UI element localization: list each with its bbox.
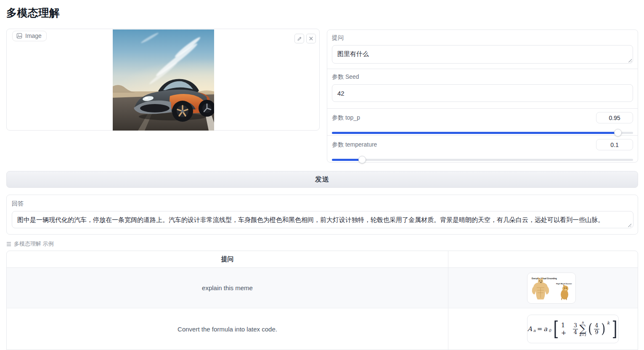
temperature-slider-track[interactable] bbox=[332, 159, 633, 161]
swole-doge-figure bbox=[532, 277, 549, 299]
meme-example-image[interactable]: Everyday Visual Grounding High Word Zoom… bbox=[527, 273, 576, 304]
temperature-slider-thumb[interactable] bbox=[358, 156, 366, 163]
pencil-icon bbox=[297, 36, 302, 41]
clear-image-button[interactable] bbox=[306, 34, 316, 43]
seed-label: 参数 Seed bbox=[332, 73, 633, 81]
examples-label: 多模态理解 示例 bbox=[6, 240, 54, 248]
close-icon bbox=[309, 36, 313, 41]
answer-panel: 回答 图中是一辆现代化的汽车，停放在一条宽阔的道路上。汽车的设计非常流线型，车身… bbox=[6, 195, 638, 235]
meme-caption-right: High Word Zoomer bbox=[556, 283, 572, 285]
top-p-slider-fill bbox=[332, 132, 618, 134]
multimodal-understanding-page: 多模态理解 Image bbox=[0, 0, 644, 350]
examples-table: 提问 explain this meme Everyday Visual Gro… bbox=[6, 251, 638, 350]
math-formula: An = a0 [ 1 + 34 n ∑ k=1 ( 49 ) bbox=[527, 321, 618, 337]
examples-table-header: 提问 bbox=[7, 251, 638, 268]
temperature-slider-fill bbox=[332, 159, 362, 161]
question-input[interactable]: 图里有什么 bbox=[332, 45, 633, 64]
temperature-slider[interactable] bbox=[332, 156, 633, 163]
answer-output[interactable]: 图中是一辆现代化的汽车，停放在一条宽阔的道路上。汽车的设计非常流线型，车身颜色为… bbox=[12, 211, 633, 228]
image-upload-panel[interactable]: Image bbox=[6, 29, 320, 131]
example-question: explain this meme bbox=[202, 284, 253, 291]
formula-example-image[interactable]: An = a0 [ 1 + 34 n ∑ k=1 ( 49 ) bbox=[527, 315, 619, 343]
meme-caption-left: Everyday Visual Grounding bbox=[532, 278, 557, 280]
question-label: 提问 bbox=[332, 34, 633, 42]
seed-input[interactable] bbox=[332, 84, 633, 102]
temperature-label: 参数 temperature bbox=[332, 141, 377, 149]
example-row-meme[interactable]: explain this meme Everyday Visual Ground… bbox=[7, 268, 638, 308]
list-icon bbox=[6, 242, 11, 246]
top-p-label: 参数 top_p bbox=[332, 114, 360, 122]
examples-column-header: 提问 bbox=[221, 255, 234, 263]
top-p-slider-thumb[interactable] bbox=[614, 129, 622, 136]
send-button[interactable]: 发送 bbox=[6, 171, 638, 188]
example-row-formula[interactable]: Convert the formula into latex code. An … bbox=[7, 308, 638, 350]
top-p-slider[interactable] bbox=[332, 129, 633, 136]
temperature-number-input[interactable] bbox=[596, 139, 633, 150]
uploaded-car-image[interactable] bbox=[113, 29, 214, 131]
example-question: Convert the formula into latex code. bbox=[178, 326, 277, 333]
top-p-number-input[interactable] bbox=[596, 112, 633, 123]
parameters-form: 提问 图里有什么 参数 Seed 参数 top_p 参数 tempera bbox=[327, 29, 638, 163]
edit-image-button[interactable] bbox=[294, 34, 304, 43]
image-component-label: Image bbox=[12, 31, 47, 41]
image-icon bbox=[16, 33, 22, 39]
page-title: 多模态理解 bbox=[6, 6, 60, 20]
answer-label: 回答 bbox=[12, 200, 633, 208]
cheems-figure bbox=[561, 284, 568, 300]
